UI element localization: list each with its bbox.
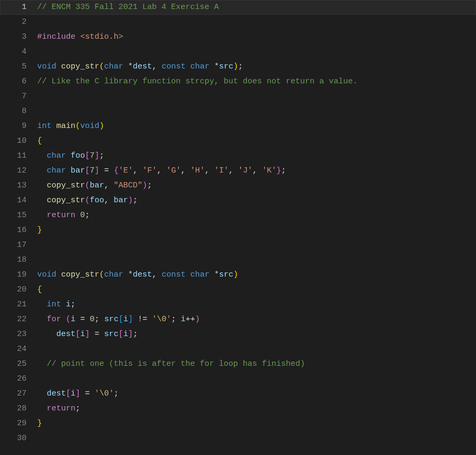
code-line[interactable]: 28 return; <box>0 401 476 416</box>
code-line[interactable]: 5void copy_str(char *dest, const char *s… <box>0 59 476 74</box>
token: const <box>162 62 185 71</box>
code-line[interactable]: 11 char foo[7]; <box>0 149 476 164</box>
code-content[interactable]: void copy_str(char *dest, const char *sr… <box>37 268 476 282</box>
token: ( <box>85 196 90 205</box>
code-content[interactable]: int i; <box>37 297 476 312</box>
token: ' <box>95 389 99 398</box>
token: = <box>75 315 90 324</box>
token: src <box>104 315 118 324</box>
token: char <box>190 62 209 71</box>
code-line[interactable]: 20{ <box>0 282 476 297</box>
code-line[interactable]: 16} <box>0 223 476 238</box>
code-line[interactable]: 17 <box>0 238 476 253</box>
code-content[interactable]: dest[i] = '\0'; <box>37 387 476 401</box>
token: ] <box>75 389 80 398</box>
token: [ <box>85 166 90 175</box>
code-content[interactable]: return; <box>37 401 476 416</box>
token: for <box>47 315 61 324</box>
code-content[interactable]: } <box>37 223 476 238</box>
code-line[interactable]: 3#include <stdio.h> <box>0 30 476 45</box>
code-content[interactable]: dest[i] = src[i]; <box>37 327 476 342</box>
code-line[interactable]: 15 return 0; <box>0 208 476 223</box>
code-editor[interactable]: 1// ENCM 335 Fall 2021 Lab 4 Exercise A2… <box>0 0 476 455</box>
code-content[interactable]: { <box>37 134 476 149</box>
code-line[interactable]: 7 <box>0 89 476 104</box>
code-line[interactable]: 12 char bar[7] = {'E', 'F', 'G', 'H', 'I… <box>0 164 476 178</box>
code-line[interactable]: 10{ <box>0 134 476 149</box>
code-content[interactable]: copy_str(foo, bar); <box>37 193 476 208</box>
code-line[interactable]: 26 <box>0 372 476 387</box>
token <box>209 270 214 279</box>
code-content[interactable]: for (i = 0; src[i] != '\0'; i++) <box>37 312 476 327</box>
token: ; <box>85 211 90 220</box>
token: ) <box>142 181 147 190</box>
token: [ <box>66 389 71 398</box>
code-line[interactable]: 2 <box>0 15 476 30</box>
line-number: 10 <box>0 134 37 149</box>
code-content[interactable]: #include <stdio.h> <box>37 30 476 45</box>
code-line[interactable]: 13 copy_str(bar, "ABCD"); <box>0 178 476 193</box>
line-number: 18 <box>0 253 37 268</box>
token: char <box>47 166 66 175</box>
line-number: 21 <box>0 297 37 312</box>
token: ' <box>152 315 157 324</box>
line-number: 12 <box>0 164 37 178</box>
code-line[interactable]: 19void copy_str(char *dest, const char *… <box>0 268 476 282</box>
token: 'H' <box>190 166 205 175</box>
code-line[interactable]: 22 for (i = 0; src[i] != '\0'; i++) <box>0 312 476 327</box>
code-content[interactable]: int main(void) <box>37 119 476 134</box>
code-line[interactable]: 4 <box>0 45 476 59</box>
token: , <box>181 166 190 175</box>
token: src <box>104 330 118 339</box>
line-number: 7 <box>0 89 37 104</box>
line-number: 27 <box>0 387 37 401</box>
token: i <box>80 330 85 339</box>
code-content[interactable]: // ENCM 335 Fall 2021 Lab 4 Exercise A <box>37 0 476 15</box>
token: ( <box>99 62 104 71</box>
token: // Like the C library function strcpy, b… <box>37 77 358 86</box>
line-number: 28 <box>0 401 37 416</box>
token: ) <box>233 270 238 279</box>
code-line[interactable]: 8 <box>0 104 476 119</box>
code-line[interactable]: 25 // point one (this is after the for l… <box>0 357 476 372</box>
code-content[interactable]: { <box>37 282 476 297</box>
token: ] <box>128 330 133 339</box>
token: \0 <box>157 315 166 324</box>
code-line[interactable]: 21 int i; <box>0 297 476 312</box>
token: 7 <box>90 166 95 175</box>
token <box>37 359 47 368</box>
line-number: 6 <box>0 74 37 89</box>
token: // ENCM 335 Fall 2021 Lab 4 Exercise A <box>37 3 219 12</box>
token: = <box>90 330 104 339</box>
code-content[interactable]: char foo[7]; <box>37 149 476 164</box>
token: ) <box>195 315 200 324</box>
code-content[interactable]: return 0; <box>37 208 476 223</box>
code-line[interactable]: 23 dest[i] = src[i]; <box>0 327 476 342</box>
line-number: 26 <box>0 372 37 387</box>
token <box>37 330 56 339</box>
code-line[interactable]: 29} <box>0 416 476 431</box>
token: ; <box>99 151 104 160</box>
code-content[interactable]: void copy_str(char *dest, const char *sr… <box>37 59 476 74</box>
token: , <box>157 166 166 175</box>
code-line[interactable]: 1// ENCM 335 Fall 2021 Lab 4 Exercise A <box>0 0 476 15</box>
token: void <box>80 122 99 131</box>
code-line[interactable]: 27 dest[i] = '\0'; <box>0 387 476 401</box>
token: ; <box>114 389 118 398</box>
code-line[interactable]: 9int main(void) <box>0 119 476 134</box>
token: dest <box>133 270 152 279</box>
code-line[interactable]: 30 <box>0 431 476 446</box>
code-content[interactable]: } <box>37 416 476 431</box>
token: ] <box>95 166 99 175</box>
code-line[interactable]: 24 <box>0 342 476 357</box>
code-content[interactable]: // Like the C library function strcpy, b… <box>37 74 476 89</box>
code-content[interactable]: copy_str(bar, "ABCD"); <box>37 178 476 193</box>
code-content[interactable]: char bar[7] = {'E', 'F', 'G', 'H', 'I', … <box>37 164 476 178</box>
code-content[interactable]: // point one (this is after the for loop… <box>37 357 476 372</box>
token: = <box>80 389 95 398</box>
code-line[interactable]: 18 <box>0 253 476 268</box>
token: ) <box>128 196 133 205</box>
token: * <box>214 62 219 71</box>
code-line[interactable]: 6// Like the C library function strcpy, … <box>0 74 476 89</box>
code-line[interactable]: 14 copy_str(foo, bar); <box>0 193 476 208</box>
